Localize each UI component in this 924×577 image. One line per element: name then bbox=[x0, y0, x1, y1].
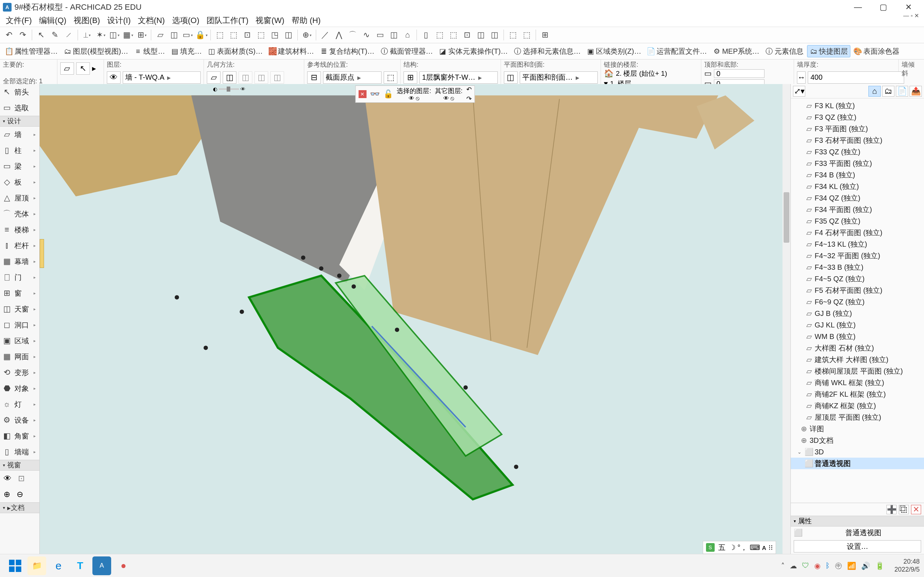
tool-柱[interactable]: ▯柱▸ bbox=[0, 142, 39, 158]
taskbar-archicad[interactable]: A bbox=[92, 556, 111, 575]
nav-item[interactable]: ▱F4~32 平面图 (独立) bbox=[791, 250, 924, 261]
tool-壳体[interactable]: ⌒壳体▸ bbox=[0, 206, 39, 222]
tool-flyout-icon[interactable]: ▸ bbox=[32, 227, 37, 232]
wall-settings-icon[interactable]: ▱ bbox=[60, 62, 74, 75]
snap-perpendicular[interactable]: ⟂ bbox=[81, 29, 93, 41]
tool-天窗[interactable]: ◫天窗▸ bbox=[0, 301, 39, 317]
view-tool-1[interactable]: 👁 bbox=[3, 474, 11, 483]
ref-dropdown[interactable]: 截面原点 bbox=[323, 71, 382, 84]
tool-flyout-icon[interactable]: ▸ bbox=[32, 275, 37, 280]
tool-flyout-icon[interactable]: ▸ bbox=[32, 259, 37, 264]
nav-item[interactable]: ▱商铺 WKL 框架 (独立) bbox=[791, 377, 924, 388]
tool-角窗[interactable]: ◧角窗▸ bbox=[0, 428, 39, 444]
ime-indicator[interactable]: S 五 ☽ °， ⌨ ᴀ ⁝⁝ bbox=[703, 541, 776, 554]
tb2-operation-profiles[interactable]: 📄运营配置文件… bbox=[645, 45, 709, 57]
menu-view[interactable]: 视图(B) bbox=[70, 15, 103, 26]
tool-flyout-icon[interactable]: ▸ bbox=[32, 386, 37, 391]
menu-options[interactable]: 选项(O) bbox=[168, 15, 203, 26]
tool-flyout-icon[interactable]: ▸ bbox=[32, 148, 37, 153]
tray-onedrive-icon[interactable]: ☁ bbox=[790, 561, 797, 570]
tray-volume-icon[interactable]: 🔊 bbox=[861, 561, 870, 570]
tb2-mep[interactable]: ⚙MEP系统… bbox=[711, 45, 762, 57]
section-6[interactable]: ◫ bbox=[488, 29, 501, 41]
wall-tool-icon[interactable]: ↖ bbox=[76, 62, 90, 75]
nav-item[interactable]: ▱F4~13 KL (独立) bbox=[791, 239, 924, 250]
tb2-fills[interactable]: ▤填充… bbox=[168, 45, 204, 57]
nav-delete[interactable]: ✕ bbox=[911, 505, 921, 514]
struct-icon[interactable]: ⊞ bbox=[404, 71, 417, 84]
tool-楼梯[interactable]: ≡楼梯▸ bbox=[0, 222, 39, 238]
tray-lang-icon[interactable]: ㊥ bbox=[835, 561, 842, 571]
nav-item[interactable]: ▱F3 KL (独立) bbox=[791, 100, 924, 111]
menu-help[interactable]: 帮助 (H) bbox=[288, 15, 325, 26]
geom-2[interactable]: ◫ bbox=[223, 71, 236, 84]
tool-flyout-icon[interactable]: ▸ bbox=[32, 338, 37, 343]
menu-window[interactable]: 视窗(W) bbox=[252, 15, 288, 26]
tool-flyout-icon[interactable]: ▸ bbox=[32, 211, 37, 216]
snap-intersection[interactable]: ✶ bbox=[95, 29, 107, 41]
ref-extra[interactable]: ⬚ bbox=[384, 71, 397, 84]
tool-flyout-icon[interactable]: ▸ bbox=[32, 180, 37, 185]
tb2-layers[interactable]: 🗂图层(模型视图)… bbox=[61, 45, 130, 57]
undo-button[interactable]: ↶ bbox=[3, 29, 15, 41]
nav-popup-toggle[interactable]: ⤢▾ bbox=[793, 86, 805, 97]
tool-灯[interactable]: ☼灯▸ bbox=[0, 396, 39, 412]
tool-墙端[interactable]: ▯墙端▸ bbox=[0, 444, 39, 460]
tool-flyout-icon[interactable]: ▸ bbox=[32, 449, 37, 455]
tool-globe[interactable]: ⊕ bbox=[300, 29, 313, 41]
layer-eye-icon[interactable]: 👁 bbox=[107, 71, 121, 84]
draw-home[interactable]: ⌂ bbox=[401, 29, 414, 41]
tool-f[interactable]: ◫ bbox=[282, 29, 294, 41]
plan-dropdown[interactable]: 平面图和剖面… bbox=[520, 71, 598, 84]
menu-file[interactable]: 文件(F) bbox=[2, 15, 36, 26]
tb2-building-materials[interactable]: 🧱建筑材料… bbox=[267, 45, 316, 57]
plan-icon[interactable]: ◫ bbox=[504, 71, 518, 84]
tray-security-icon[interactable]: 🛡 bbox=[802, 561, 809, 570]
nav-item[interactable]: ▱F4~33 B (独立) bbox=[791, 261, 924, 273]
tool-c[interactable]: ⊡ bbox=[241, 29, 254, 41]
top-value-input[interactable] bbox=[714, 69, 764, 78]
view-tool-4[interactable]: ⊖ bbox=[16, 490, 23, 499]
nav-clone[interactable]: ⿻ bbox=[899, 505, 909, 514]
trace-slider[interactable]: ◐ 👁 bbox=[213, 85, 246, 93]
draw-arc[interactable]: ⌒ bbox=[347, 29, 359, 41]
thickness-input[interactable] bbox=[808, 71, 904, 84]
nav-tab-publisher[interactable]: 📤 bbox=[909, 86, 922, 97]
tb2-linetypes[interactable]: ≡线型… bbox=[132, 45, 167, 57]
view-1[interactable]: ⬚ bbox=[507, 29, 519, 41]
cursor-tool[interactable]: ↖ bbox=[35, 29, 47, 41]
tool-幕墙[interactable]: ▦幕墙▸ bbox=[0, 253, 39, 269]
toolbox-design-header[interactable]: 设计 bbox=[0, 116, 39, 127]
nav-item[interactable]: ▱F34 QZ (独立) bbox=[791, 192, 924, 204]
tool-网面[interactable]: ▦网面▸ bbox=[0, 349, 39, 364]
nav-item[interactable]: ▱屋顶层 平面图 (独立) bbox=[791, 411, 924, 423]
tool-flyout-icon[interactable]: ▸ bbox=[32, 195, 37, 200]
tool-flyout-icon[interactable]: ▸ bbox=[32, 243, 37, 248]
nav-tab-layouts[interactable]: 📄 bbox=[896, 86, 908, 97]
nav-item[interactable]: ▱商铺2F KL 框架 (独立) bbox=[791, 388, 924, 400]
snap-grid[interactable]: ▦ bbox=[122, 29, 134, 41]
tray-chevron[interactable]: ˄ bbox=[781, 561, 785, 570]
tool-b[interactable]: ⬚ bbox=[228, 29, 240, 41]
nav-item[interactable]: ▱GJ KL (独立) bbox=[791, 319, 924, 331]
taskbar-record[interactable]: ● bbox=[114, 556, 133, 575]
tool-flyout-icon[interactable]: ▸ bbox=[32, 417, 37, 423]
nav-settings-button[interactable]: 设置… bbox=[794, 540, 921, 553]
maximize-button[interactable]: ▢ bbox=[871, 0, 896, 15]
geom-5[interactable]: ◫ bbox=[270, 71, 284, 84]
menu-design[interactable]: 设计(I) bbox=[103, 15, 134, 26]
snap-surface[interactable]: ◫ bbox=[108, 29, 121, 41]
minimize-button[interactable]: — bbox=[845, 0, 871, 15]
nav-item[interactable]: ▱楼梯间屋顶层 平面图 (独立) bbox=[791, 365, 924, 377]
tool-窗[interactable]: ⊞窗▸ bbox=[0, 285, 39, 301]
layer-toggle-icon[interactable]: 🔓 bbox=[383, 89, 393, 99]
nav-item[interactable]: ▱F3 QZ (独立) bbox=[791, 111, 924, 123]
nav-item-selected[interactable]: ⬜普通透视图 bbox=[791, 458, 924, 469]
nav-tab-project[interactable]: ⌂ bbox=[868, 86, 881, 97]
nav-item[interactable]: ▱F4~5 QZ (独立) bbox=[791, 273, 924, 285]
nav-item[interactable]: ▱F33 QZ (独立) bbox=[791, 146, 924, 158]
layer-dropdown[interactable]: 墙 - T-WQ.A bbox=[123, 71, 201, 84]
nav-item[interactable]: ▱F4 石材平面图 (独立) bbox=[791, 227, 924, 239]
nav-item[interactable]: ▱F33 平面图 (独立) bbox=[791, 158, 924, 169]
story-top-value[interactable]: 2. 楼层 (始位+ 1) bbox=[616, 69, 667, 78]
